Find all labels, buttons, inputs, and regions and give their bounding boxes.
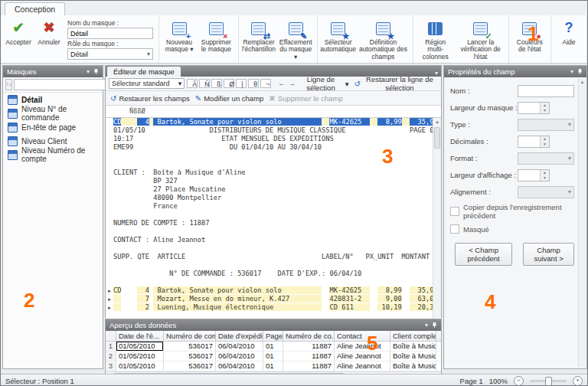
type-select[interactable]: ▾ (518, 119, 574, 131)
trap-char-button[interactable]: Ã (187, 79, 198, 88)
accept-button[interactable]: ✔ Accepter (3, 18, 34, 47)
table-cell[interactable]: 01 (263, 352, 283, 361)
masked-checkbox[interactable] (450, 224, 459, 234)
mask-role-select[interactable]: Détail ▾ (67, 48, 153, 60)
chevron-down-icon[interactable]: ▾ (570, 68, 573, 75)
trap-char-button[interactable]: ß (211, 79, 222, 88)
preview-column-header[interactable]: Contact (335, 331, 390, 341)
spin-up-icon[interactable]: ▲ (541, 103, 549, 108)
trap-char-button[interactable]: Ø (224, 79, 234, 88)
trap-char-button[interactable]: Ñ (199, 79, 210, 88)
table-cell[interactable]: 11887 (283, 352, 335, 361)
delete-mask-button[interactable]: ×Supprimer le masque (197, 18, 235, 55)
scrollbar-thumb[interactable] (434, 127, 440, 149)
table-row[interactable]: 201/05/201053601706/04/20100111887Aline … (106, 352, 441, 361)
preview-column-header[interactable]: Date de l'é... (116, 331, 164, 341)
row-number-cell[interactable]: 3 (106, 361, 116, 371)
report-line[interactable]: CONTACT : Aline Jeannot (106, 236, 441, 244)
preview-column-header[interactable]: Numéro de com... (164, 331, 216, 341)
selector-type-select[interactable]: Sélecteur standard ▾ (109, 78, 185, 89)
scroll-up-icon[interactable]: ▲ (579, 78, 586, 86)
table-cell[interactable]: 536017 (164, 342, 216, 351)
row-number-cell[interactable]: 2 (106, 352, 116, 361)
report-line[interactable]: 10:17 ETAT MENSUEL DES EXPEDITIONS (106, 135, 441, 143)
replace-sample-button[interactable]: ⇄Remplacer l'échantillon (241, 18, 277, 55)
trap-line-strip[interactable]: ÑßßØ (106, 106, 441, 118)
table-cell[interactable]: 01 (263, 361, 283, 371)
pin-icon[interactable] (432, 322, 437, 329)
trap-char-button[interactable]: θ (248, 79, 259, 88)
display-width-stepper[interactable]: ▲▼ (518, 169, 550, 182)
table-cell[interactable]: 06/04/2010 (216, 352, 263, 361)
editor-vertical-scrollbar[interactable]: ▲ (433, 118, 441, 323)
mask-list-item[interactable]: En-tête de page (3, 120, 103, 134)
delete-field-button[interactable]: ✖ Supprimer le champ (267, 94, 344, 103)
table-cell[interactable]: Aline Jeannot (335, 352, 390, 361)
table-cell[interactable]: 01 (263, 342, 283, 351)
report-line[interactable]: SUPP. QTE ARTICLE LABEL/N° PX_UNIT MONTA… (106, 253, 441, 261)
trap-char-button[interactable]: | (236, 79, 247, 88)
table-cell[interactable]: Boîte à Musique (390, 352, 436, 361)
copy-previous-checkbox[interactable] (450, 207, 459, 216)
tab-conception[interactable]: Conception (5, 2, 65, 16)
spinner-arrows[interactable]: ▲▼ (540, 103, 549, 113)
report-line[interactable]: ▸ 2 Luening, Musique électronique CD 611… (106, 303, 441, 312)
help-button[interactable]: ?Aide (554, 18, 584, 47)
table-cell[interactable]: 01/05/2010 (116, 352, 164, 361)
table-cell[interactable]: 01/05/2010 (116, 342, 164, 351)
report-line[interactable]: N° DE COMMANDE : 536017 DATE D'EXP.: 06/… (106, 270, 441, 278)
auto-selector-button[interactable]: ★Sélecteur automatique (320, 18, 356, 55)
mask-list-item[interactable]: Niveau N° de commande (3, 106, 103, 120)
mask-width-stepper[interactable]: ▲▼ (518, 102, 550, 114)
spin-up-icon[interactable]: ▲ (541, 136, 549, 142)
spin-down-icon[interactable]: ▼ (541, 108, 549, 113)
zoom-slider-thumb[interactable] (545, 377, 552, 386)
row-number-cell[interactable]: 1 (106, 342, 116, 351)
preview-column-header[interactable]: Client complet (390, 331, 436, 341)
preview-column-header[interactable]: Date d'expédi... (216, 331, 263, 341)
table-cell[interactable]: 06/04/2010 (216, 342, 263, 351)
table-cell[interactable]: 01/05/2010 (116, 361, 164, 371)
report-line[interactable]: ▸CD 4 Bartok, Sonate pour violon solo MK… (106, 286, 441, 295)
mask-list-item[interactable]: Niveau Numéro de compte (3, 148, 103, 162)
spinner-arrows[interactable]: ▲▼ (540, 170, 549, 181)
report-line[interactable]: CLIENT : Boîte à Musique d'Aline (106, 168, 441, 177)
table-row[interactable]: 301/05/201053601706/04/20100111887Aline … (106, 361, 441, 371)
table-row[interactable]: 101/05/201053601706/04/20100111887Aline … (106, 342, 441, 352)
report-line[interactable]: ▸ 7 Mozart, Messe en do mineur, K.427 42… (106, 295, 441, 303)
zoom-in-button[interactable]: + (573, 376, 583, 386)
report-line[interactable]: BP 327 (106, 177, 441, 185)
report-line[interactable] (106, 261, 441, 270)
spinner-arrows[interactable]: ▲▼ (540, 136, 549, 147)
table-cell[interactable]: 11887 (283, 342, 335, 351)
nav-left-icon[interactable]: ← (273, 79, 284, 88)
spin-down-icon[interactable]: ▼ (541, 142, 549, 147)
report-line[interactable] (106, 227, 441, 236)
next-field-button[interactable]: Champ suivant > (523, 243, 574, 266)
format-select[interactable]: ▾ (518, 152, 574, 165)
table-cell[interactable]: Boîte à Musique (390, 361, 436, 371)
report-line[interactable]: NUMERO DE COMPTE : 11887 (106, 219, 441, 227)
sort-icon[interactable]: ↑↓ (5, 79, 12, 90)
preview-column-header[interactable]: Page (263, 331, 283, 341)
report-line[interactable] (106, 244, 441, 253)
masks-search-input[interactable] (16, 80, 109, 90)
table-cell[interactable]: Aline Jeannot (335, 361, 390, 371)
table-cell[interactable]: 11887 (283, 361, 335, 371)
cancel-button[interactable]: ✖ Annuler (34, 18, 64, 47)
restore-fields-button[interactable]: ↺ Restaurer les champs (109, 94, 191, 103)
field-name-input[interactable] (518, 85, 574, 97)
pin-icon[interactable] (577, 68, 583, 75)
preview-column-header[interactable]: Numéro de co... (283, 331, 335, 341)
edit-field-button[interactable]: ✎ Modifier un champ (194, 94, 266, 103)
chevron-down-icon[interactable]: ▾ (87, 68, 90, 75)
mask-name-input[interactable] (67, 28, 153, 39)
pin-icon[interactable] (93, 68, 99, 75)
new-mask-button[interactable]: +Nouveau masque ▾ (162, 18, 197, 55)
table-cell[interactable]: 536017 (164, 361, 216, 371)
decimals-stepper[interactable]: ▲▼ (518, 136, 550, 148)
tab-mask-editor[interactable]: Éditeur de masque (107, 67, 181, 77)
trap-char-button[interactable]: ¬ (260, 79, 271, 88)
zoom-slider[interactable] (530, 380, 567, 382)
table-cell[interactable]: 06/04/2010 (216, 361, 263, 371)
